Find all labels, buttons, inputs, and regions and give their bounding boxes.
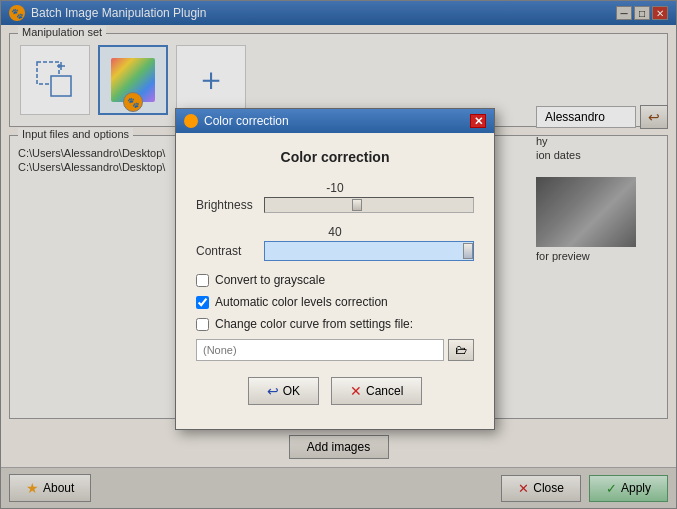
grayscale-label[interactable]: Convert to grayscale <box>215 273 325 287</box>
contrast-value: 40 <box>196 225 474 239</box>
dialog-title-text: Color correction <box>204 114 289 128</box>
ok-icon: ↩ <box>267 383 279 399</box>
brightness-label-row: Brightness <box>196 197 474 213</box>
cancel-label: Cancel <box>366 384 403 398</box>
dialog-heading: Color correction <box>196 149 474 165</box>
folder-icon: 🗁 <box>455 343 467 357</box>
grayscale-checkbox[interactable] <box>196 274 209 287</box>
dialog-app-icon <box>184 114 198 128</box>
brightness-slider[interactable] <box>264 197 474 213</box>
dialog-buttons: ↩ OK ✕ Cancel <box>196 377 474 413</box>
brightness-row: -10 Brightness <box>196 181 474 213</box>
checkbox-grayscale-row: Convert to grayscale <box>196 273 474 287</box>
contrast-thumb[interactable] <box>463 243 473 259</box>
brightness-thumb[interactable] <box>352 199 362 211</box>
curve-label[interactable]: Change color curve from settings file: <box>215 317 413 331</box>
checkbox-auto-color-row: Automatic color levels correction <box>196 295 474 309</box>
contrast-row: 40 Contrast <box>196 225 474 261</box>
brightness-label: Brightness <box>196 198 256 212</box>
dialog-overlay: Color correction ✕ Color correction -10 … <box>0 0 677 509</box>
file-browse-button[interactable]: 🗁 <box>448 339 474 361</box>
dialog-close-button[interactable]: ✕ <box>470 114 486 128</box>
contrast-label-row: Contrast <box>196 241 474 261</box>
dialog-title-left: Color correction <box>184 114 289 128</box>
color-correction-dialog: Color correction ✕ Color correction -10 … <box>175 108 495 430</box>
file-input-row: 🗁 <box>196 339 474 361</box>
dialog-title-bar: Color correction ✕ <box>176 109 494 133</box>
brightness-value: -10 <box>196 181 474 195</box>
ok-button[interactable]: ↩ OK <box>248 377 319 405</box>
contrast-label: Contrast <box>196 244 256 258</box>
auto-color-label[interactable]: Automatic color levels correction <box>215 295 388 309</box>
cancel-button[interactable]: ✕ Cancel <box>331 377 422 405</box>
cancel-icon: ✕ <box>350 383 362 399</box>
ok-label: OK <box>283 384 300 398</box>
file-input-field[interactable] <box>196 339 444 361</box>
dialog-content: Color correction -10 Brightness 40 Contr… <box>176 133 494 429</box>
auto-color-checkbox[interactable] <box>196 296 209 309</box>
curve-checkbox[interactable] <box>196 318 209 331</box>
checkbox-curve-row: Change color curve from settings file: <box>196 317 474 331</box>
contrast-slider[interactable] <box>264 241 474 261</box>
